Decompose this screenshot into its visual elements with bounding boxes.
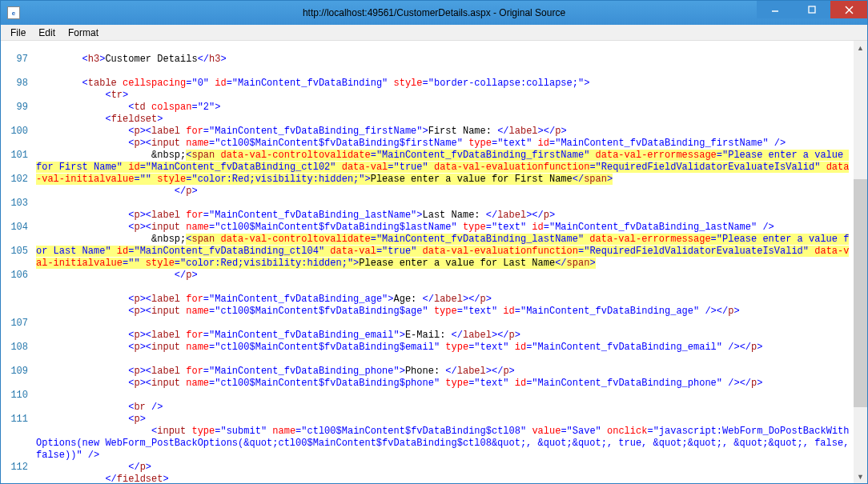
line-number: 111: [1, 414, 28, 450]
line-number: 101: [1, 150, 28, 162]
code-line[interactable]: <p>: [36, 414, 854, 426]
code-line[interactable]: <p><label for="MainContent_fvDataBinding…: [36, 366, 854, 378]
code-line[interactable]: <p><input name="ctl00$MainContent$fvData…: [36, 138, 854, 150]
code-line[interactable]: <tr>: [36, 90, 854, 102]
code-line[interactable]: <p><input name="ctl00$MainContent$fvData…: [36, 222, 854, 234]
code-line[interactable]: <p><label for="MainContent_fvDataBinding…: [36, 294, 854, 306]
code-line[interactable]: <input type="submit" name="ctl00$MainCon…: [36, 426, 854, 462]
close-button[interactable]: [830, 1, 867, 18]
line-number: 108: [1, 342, 28, 354]
code-line[interactable]: <p><input name="ctl00$MainContent$fvData…: [36, 378, 854, 390]
code-line[interactable]: &nbsp;<span data-val-controltovalidate="…: [36, 234, 854, 270]
minimize-icon: [771, 6, 779, 14]
menu-file[interactable]: File: [4, 26, 32, 40]
code-line[interactable]: [36, 66, 854, 78]
code-line[interactable]: <p><label for="MainContent_fvDataBinding…: [36, 126, 854, 138]
code-line[interactable]: [36, 354, 854, 366]
line-number: 112: [1, 462, 28, 474]
code-line[interactable]: </p>: [36, 186, 854, 198]
maximize-button[interactable]: [794, 1, 830, 18]
code-line[interactable]: [36, 318, 854, 330]
menubar: File Edit Format: [1, 25, 867, 41]
line-number: 99: [1, 102, 28, 114]
code-line[interactable]: [36, 390, 854, 402]
vertical-scrollbar[interactable]: ▲ ▼: [854, 41, 867, 483]
code-line[interactable]: [36, 198, 854, 210]
scroll-thumb[interactable]: [854, 179, 867, 407]
code-line[interactable]: </p>: [36, 270, 854, 282]
scroll-up-arrow-icon[interactable]: ▲: [854, 41, 867, 54]
line-number: 105: [1, 246, 28, 258]
app-icon: e: [7, 6, 20, 19]
code-line[interactable]: <br />: [36, 402, 854, 414]
svg-rect-1: [809, 6, 815, 13]
window-title: http://localhost:49561/CustomerDetails.a…: [303, 7, 565, 18]
code-line[interactable]: <p><input name="ctl00$MainContent$fvData…: [36, 342, 854, 354]
line-number: 106: [1, 270, 28, 306]
line-number: 107: [1, 318, 28, 330]
line-number: 104: [1, 222, 28, 234]
code-area[interactable]: <h3>Customer Details</h3> <table cellspa…: [33, 41, 854, 483]
code-line[interactable]: [36, 42, 854, 54]
code-line[interactable]: <p><label for="MainContent_fvDataBinding…: [36, 330, 854, 342]
code-line[interactable]: [36, 282, 854, 294]
code-line[interactable]: </fieldset>: [36, 474, 854, 483]
minimize-button[interactable]: [757, 1, 794, 18]
line-number: 102: [1, 174, 28, 186]
source-viewer-window: e http://localhost:49561/CustomerDetails…: [0, 0, 868, 484]
line-number: 109: [1, 366, 28, 378]
line-number: 103: [1, 198, 28, 210]
titlebar[interactable]: e http://localhost:49561/CustomerDetails…: [1, 1, 867, 25]
code-line[interactable]: &nbsp;<span data-val-controltovalidate="…: [36, 150, 854, 186]
code-line[interactable]: <p><input name="ctl00$MainContent$fvData…: [36, 306, 854, 318]
line-number-gutter: 97 98 99 100 101 102 103 104 105 106 107…: [1, 41, 33, 483]
line-number: 98: [1, 78, 28, 90]
close-icon: [845, 6, 854, 14]
code-line[interactable]: <h3>Customer Details</h3>: [36, 54, 854, 66]
code-line[interactable]: <fieldset>: [36, 114, 854, 126]
code-line[interactable]: <td colspan="2">: [36, 102, 854, 114]
window-buttons: [757, 1, 867, 25]
code-line[interactable]: </p>: [36, 462, 854, 474]
line-number: 97: [1, 54, 28, 66]
code-line[interactable]: <table cellspacing="0" id="MainContent_f…: [36, 78, 854, 90]
content-area: 97 98 99 100 101 102 103 104 105 106 107…: [1, 41, 867, 483]
line-number: 100: [1, 126, 28, 138]
line-number: 110: [1, 390, 28, 402]
menu-format[interactable]: Format: [62, 26, 105, 40]
menu-edit[interactable]: Edit: [32, 26, 62, 40]
maximize-icon: [808, 6, 816, 14]
scroll-track[interactable]: [854, 54, 867, 470]
code-line[interactable]: <p><label for="MainContent_fvDataBinding…: [36, 210, 854, 222]
scroll-down-arrow-icon[interactable]: ▼: [854, 470, 867, 483]
